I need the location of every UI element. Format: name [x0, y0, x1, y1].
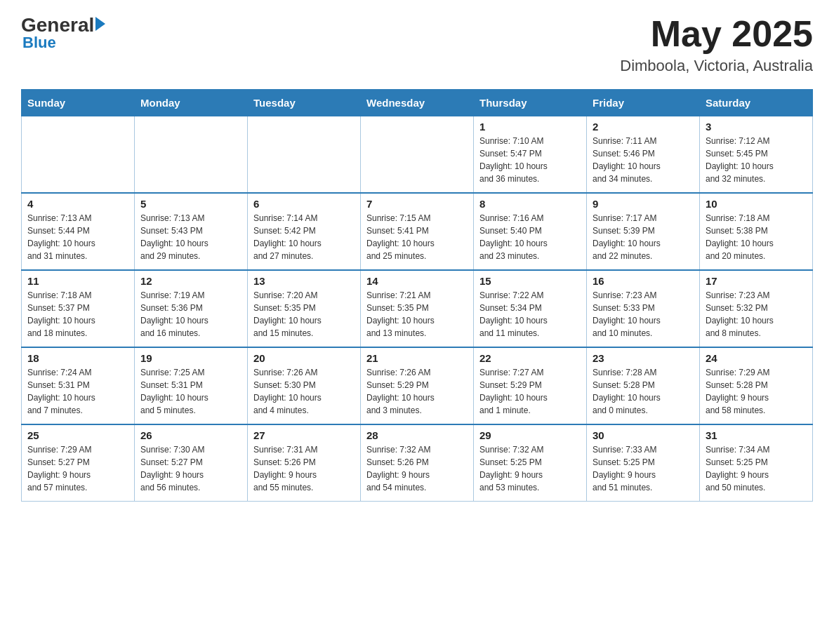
day-number: 7	[366, 198, 468, 210]
day-number: 30	[593, 429, 694, 441]
day-number: 23	[593, 352, 694, 364]
day-number: 1	[479, 121, 581, 133]
day-info: Sunrise: 7:10 AMSunset: 5:47 PMDaylight:…	[479, 135, 581, 185]
calendar-cell: 17Sunrise: 7:23 AMSunset: 5:32 PMDayligh…	[700, 270, 813, 347]
calendar-cell	[361, 116, 474, 194]
day-info: Sunrise: 7:31 AMSunset: 5:26 PMDaylight:…	[253, 443, 355, 494]
day-info: Sunrise: 7:32 AMSunset: 5:26 PMDaylight:…	[366, 443, 468, 494]
day-info: Sunrise: 7:18 AMSunset: 5:38 PMDaylight:…	[706, 212, 807, 262]
day-number: 14	[366, 275, 468, 287]
day-number: 24	[706, 352, 807, 364]
day-number: 6	[253, 198, 355, 210]
calendar-header-row: SundayMondayTuesdayWednesdayThursdayFrid…	[22, 90, 813, 116]
title-section: May 2025 Dimboola, Victoria, Australia	[620, 14, 813, 75]
day-info: Sunrise: 7:28 AMSunset: 5:28 PMDaylight:…	[593, 366, 694, 417]
day-info: Sunrise: 7:22 AMSunset: 5:34 PMDaylight:…	[479, 289, 581, 340]
calendar-cell: 16Sunrise: 7:23 AMSunset: 5:33 PMDayligh…	[587, 270, 700, 347]
day-number: 10	[706, 198, 807, 210]
day-number: 18	[27, 352, 128, 364]
logo: General Blue	[21, 14, 105, 52]
day-number: 3	[706, 121, 807, 133]
calendar-cell: 29Sunrise: 7:32 AMSunset: 5:25 PMDayligh…	[474, 424, 587, 502]
day-number: 28	[366, 429, 468, 441]
calendar-week-2: 4Sunrise: 7:13 AMSunset: 5:44 PMDaylight…	[22, 193, 813, 270]
day-info: Sunrise: 7:21 AMSunset: 5:35 PMDaylight:…	[366, 289, 468, 340]
calendar-cell: 26Sunrise: 7:30 AMSunset: 5:27 PMDayligh…	[135, 424, 248, 502]
day-info: Sunrise: 7:25 AMSunset: 5:31 PMDaylight:…	[140, 366, 241, 417]
day-info: Sunrise: 7:15 AMSunset: 5:41 PMDaylight:…	[366, 212, 468, 262]
day-info: Sunrise: 7:14 AMSunset: 5:42 PMDaylight:…	[253, 212, 355, 262]
day-info: Sunrise: 7:11 AMSunset: 5:46 PMDaylight:…	[593, 135, 694, 185]
calendar-cell: 24Sunrise: 7:29 AMSunset: 5:28 PMDayligh…	[700, 347, 813, 424]
calendar-cell: 1Sunrise: 7:10 AMSunset: 5:47 PMDaylight…	[474, 116, 587, 194]
calendar-cell: 30Sunrise: 7:33 AMSunset: 5:25 PMDayligh…	[587, 424, 700, 502]
calendar-cell: 8Sunrise: 7:16 AMSunset: 5:40 PMDaylight…	[474, 193, 587, 270]
day-number: 20	[253, 352, 355, 364]
month-title: May 2025	[620, 14, 813, 54]
day-number: 25	[27, 429, 128, 441]
calendar-week-3: 11Sunrise: 7:18 AMSunset: 5:37 PMDayligh…	[22, 270, 813, 347]
day-number: 31	[706, 429, 807, 441]
day-info: Sunrise: 7:13 AMSunset: 5:44 PMDaylight:…	[27, 212, 128, 262]
day-info: Sunrise: 7:27 AMSunset: 5:29 PMDaylight:…	[479, 366, 581, 417]
calendar-cell: 28Sunrise: 7:32 AMSunset: 5:26 PMDayligh…	[361, 424, 474, 502]
calendar-cell: 10Sunrise: 7:18 AMSunset: 5:38 PMDayligh…	[700, 193, 813, 270]
day-info: Sunrise: 7:26 AMSunset: 5:30 PMDaylight:…	[253, 366, 355, 417]
day-number: 9	[593, 198, 694, 210]
day-number: 17	[706, 275, 807, 287]
day-info: Sunrise: 7:12 AMSunset: 5:45 PMDaylight:…	[706, 135, 807, 185]
day-info: Sunrise: 7:19 AMSunset: 5:36 PMDaylight:…	[140, 289, 241, 340]
day-number: 19	[140, 352, 241, 364]
day-info: Sunrise: 7:33 AMSunset: 5:25 PMDaylight:…	[593, 443, 694, 494]
calendar-cell: 18Sunrise: 7:24 AMSunset: 5:31 PMDayligh…	[22, 347, 135, 424]
day-info: Sunrise: 7:23 AMSunset: 5:32 PMDaylight:…	[706, 289, 807, 340]
calendar-cell	[22, 116, 135, 194]
day-number: 27	[253, 429, 355, 441]
weekday-header-friday: Friday	[587, 90, 700, 116]
day-info: Sunrise: 7:26 AMSunset: 5:29 PMDaylight:…	[366, 366, 468, 417]
calendar-cell: 5Sunrise: 7:13 AMSunset: 5:43 PMDaylight…	[135, 193, 248, 270]
weekday-header-sunday: Sunday	[22, 90, 135, 116]
day-info: Sunrise: 7:23 AMSunset: 5:33 PMDaylight:…	[593, 289, 694, 340]
day-info: Sunrise: 7:34 AMSunset: 5:25 PMDaylight:…	[706, 443, 807, 494]
location-text: Dimboola, Victoria, Australia	[620, 57, 813, 75]
day-number: 4	[27, 198, 128, 210]
calendar-cell: 2Sunrise: 7:11 AMSunset: 5:46 PMDaylight…	[587, 116, 700, 194]
calendar-cell: 6Sunrise: 7:14 AMSunset: 5:42 PMDaylight…	[248, 193, 361, 270]
weekday-header-wednesday: Wednesday	[361, 90, 474, 116]
weekday-header-thursday: Thursday	[474, 90, 587, 116]
weekday-header-tuesday: Tuesday	[248, 90, 361, 116]
day-number: 13	[253, 275, 355, 287]
calendar-cell: 15Sunrise: 7:22 AMSunset: 5:34 PMDayligh…	[474, 270, 587, 347]
day-number: 26	[140, 429, 241, 441]
day-number: 8	[479, 198, 581, 210]
weekday-header-monday: Monday	[135, 90, 248, 116]
weekday-header-saturday: Saturday	[700, 90, 813, 116]
calendar-cell: 12Sunrise: 7:19 AMSunset: 5:36 PMDayligh…	[135, 270, 248, 347]
day-info: Sunrise: 7:17 AMSunset: 5:39 PMDaylight:…	[593, 212, 694, 262]
day-info: Sunrise: 7:29 AMSunset: 5:28 PMDaylight:…	[706, 366, 807, 417]
calendar-cell: 4Sunrise: 7:13 AMSunset: 5:44 PMDaylight…	[22, 193, 135, 270]
day-number: 16	[593, 275, 694, 287]
day-number: 5	[140, 198, 241, 210]
day-number: 29	[479, 429, 581, 441]
calendar-table: SundayMondayTuesdayWednesdayThursdayFrid…	[21, 89, 813, 502]
day-number: 22	[479, 352, 581, 364]
calendar-cell: 22Sunrise: 7:27 AMSunset: 5:29 PMDayligh…	[474, 347, 587, 424]
calendar-cell: 19Sunrise: 7:25 AMSunset: 5:31 PMDayligh…	[135, 347, 248, 424]
day-info: Sunrise: 7:29 AMSunset: 5:27 PMDaylight:…	[27, 443, 128, 494]
day-info: Sunrise: 7:16 AMSunset: 5:40 PMDaylight:…	[479, 212, 581, 262]
day-info: Sunrise: 7:18 AMSunset: 5:37 PMDaylight:…	[27, 289, 128, 340]
day-number: 11	[27, 275, 128, 287]
calendar-cell: 27Sunrise: 7:31 AMSunset: 5:26 PMDayligh…	[248, 424, 361, 502]
day-number: 2	[593, 121, 694, 133]
day-number: 21	[366, 352, 468, 364]
calendar-cell: 25Sunrise: 7:29 AMSunset: 5:27 PMDayligh…	[22, 424, 135, 502]
calendar-cell	[248, 116, 361, 194]
calendar-cell: 7Sunrise: 7:15 AMSunset: 5:41 PMDaylight…	[361, 193, 474, 270]
day-number: 15	[479, 275, 581, 287]
logo-arrow-icon	[95, 17, 105, 31]
calendar-week-4: 18Sunrise: 7:24 AMSunset: 5:31 PMDayligh…	[22, 347, 813, 424]
day-info: Sunrise: 7:30 AMSunset: 5:27 PMDaylight:…	[140, 443, 241, 494]
calendar-cell: 14Sunrise: 7:21 AMSunset: 5:35 PMDayligh…	[361, 270, 474, 347]
